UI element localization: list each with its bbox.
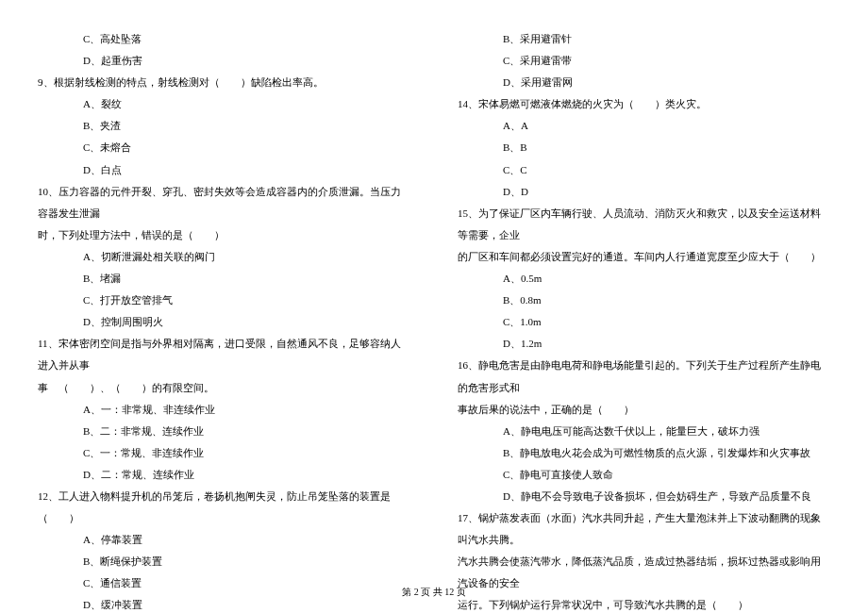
q15-option-c: C、1.0m xyxy=(458,311,830,333)
q16-option-c: C、静电可直接使人致命 xyxy=(458,464,830,486)
page-footer: 第 2 页 共 12 页 xyxy=(0,586,868,599)
q16-text: 16、静电危害是由静电电荷和静电场能量引起的。下列关于生产过程所产生静电的危害形… xyxy=(458,355,830,398)
q9-option-d: D、白点 xyxy=(38,159,410,181)
q10-option-a: A、切断泄漏处相关联的阀门 xyxy=(38,246,410,268)
q16-option-a: A、静电电压可能高达数千伏以上，能量巨大，破坏力强 xyxy=(458,421,830,442)
q13-option-b: B、采用避雷针 xyxy=(458,28,830,50)
q12-text: 12、工人进入物料提升机的吊笼后，卷扬机抱闸失灵，防止吊笼坠落的装置是（ ） xyxy=(38,486,410,529)
q16-option-b: B、静电放电火花会成为可燃性物质的点火源，引发爆炸和火灾事故 xyxy=(458,442,830,464)
q17-text: 17、锅炉蒸发表面（水面）汽水共同升起，产生大量泡沫并上下波动翻腾的现象叫汽水共… xyxy=(458,507,830,551)
q11-option-b: B、二：非常规、连续作业 xyxy=(38,421,410,442)
q15-text-cont: 的厂区和车间都必须设置完好的通道。车间内人行通道宽度至少应大于（ ） xyxy=(458,246,830,268)
q16-option-d: D、静电不会导致电子设备损坏，但会妨碍生产，导致产品质量不良 xyxy=(458,486,830,507)
q9-text: 9、根据射线检测的特点，射线检测对（ ）缺陷检出率高。 xyxy=(38,72,410,93)
q10-text: 10、压力容器的元件开裂、穿孔、密封失效等会造成容器内的介质泄漏。当压力容器发生… xyxy=(38,181,410,224)
q10-option-d: D、控制周围明火 xyxy=(38,311,410,333)
q14-option-b: B、B xyxy=(458,137,830,158)
q13-option-d: D、采用避雷网 xyxy=(458,72,830,93)
q11-text: 11、宋体密闭空间是指与外界相对隔离，进口受限，自然通风不良，足够容纳人进入并从… xyxy=(38,333,410,376)
q14-option-c: C、C xyxy=(458,159,830,181)
q16-text-cont: 事故后果的说法中，正确的是（ ） xyxy=(458,399,830,421)
left-column: C、高处坠落 D、起重伤害 9、根据射线检测的特点，射线检测对（ ）缺陷检出率高… xyxy=(38,28,410,575)
q10-option-c: C、打开放空管排气 xyxy=(38,290,410,311)
q8-option-d: D、起重伤害 xyxy=(38,50,410,72)
q11-option-a: A、一：非常规、非连续作业 xyxy=(38,399,410,421)
q12-option-b: B、断绳保护装置 xyxy=(38,551,410,572)
q9-option-c: C、未熔合 xyxy=(38,137,410,158)
page-columns: C、高处坠落 D、起重伤害 9、根据射线检测的特点，射线检测对（ ）缺陷检出率高… xyxy=(38,28,830,575)
q8-option-c: C、高处坠落 xyxy=(38,28,410,50)
q9-option-b: B、夹渣 xyxy=(38,115,410,137)
q12-option-a: A、停靠装置 xyxy=(38,529,410,551)
q14-option-d: D、D xyxy=(458,181,830,203)
q15-option-b: B、0.8m xyxy=(458,290,830,311)
q13-option-c: C、采用避雷带 xyxy=(458,50,830,72)
q15-text: 15、为了保证厂区内车辆行驶、人员流动、消防灭火和救灾，以及安全运送材料等需要，… xyxy=(458,203,830,246)
q10-option-b: B、堵漏 xyxy=(38,268,410,290)
q15-option-d: D、1.2m xyxy=(458,333,830,355)
q15-option-a: A、0.5m xyxy=(458,268,830,290)
q11-text-cont: 事 （ ）、（ ）的有限空间。 xyxy=(38,377,410,399)
q11-option-d: D、二：常规、连续作业 xyxy=(38,464,410,486)
q9-option-a: A、裂纹 xyxy=(38,93,410,115)
q14-text: 14、宋体易燃可燃液体燃烧的火灾为（ ）类火灾。 xyxy=(458,93,830,115)
q14-option-a: A、A xyxy=(458,115,830,137)
q10-text-cont: 时，下列处理方法中，错误的是（ ） xyxy=(38,224,410,246)
q11-option-c: C、一：常规、非连续作业 xyxy=(38,442,410,464)
right-column: B、采用避雷针 C、采用避雷带 D、采用避雷网 14、宋体易燃可燃液体燃烧的火灾… xyxy=(458,28,830,575)
